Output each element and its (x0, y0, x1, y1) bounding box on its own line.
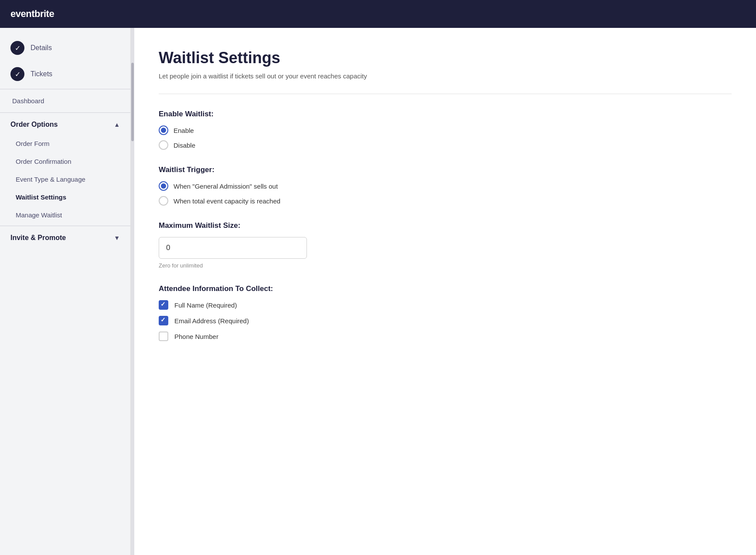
sidebar-item-order-form[interactable]: Order Form (0, 135, 130, 152)
main-layout: ✓ Details ✓ Tickets Dashboard Order Opti… (0, 28, 756, 555)
radio-item-general-admission[interactable]: When "General Admission" sells out (159, 181, 732, 191)
tickets-checkmark: ✓ (15, 70, 20, 78)
sidebar-divider-2 (0, 112, 130, 113)
sidebar-divider-1 (0, 89, 130, 89)
enable-radio-label: Enable (174, 127, 194, 134)
sidebar-item-waitlist-settings[interactable]: Waitlist Settings (0, 188, 130, 206)
phone-number-checkbox-label: Phone Number (174, 333, 218, 340)
general-admission-radio-label: When "General Admission" sells out (174, 183, 278, 190)
total-capacity-radio-input[interactable] (159, 196, 168, 206)
page-title: Waitlist Settings (159, 49, 732, 67)
sidebar: ✓ Details ✓ Tickets Dashboard Order Opti… (0, 28, 131, 555)
sidebar-divider-3 (0, 226, 130, 226)
radio-item-enable[interactable]: Enable (159, 125, 732, 135)
section-divider (159, 94, 732, 94)
waitlist-trigger-radio-group: When "General Admission" sells out When … (159, 181, 732, 206)
tickets-step-circle: ✓ (10, 67, 24, 81)
enable-waitlist-section: Enable Waitlist: Enable Disable (159, 110, 732, 150)
full-name-checkbox[interactable] (159, 300, 168, 310)
sidebar-step-details[interactable]: ✓ Details (0, 35, 130, 61)
main-content: Waitlist Settings Let people join a wait… (134, 28, 756, 555)
general-admission-radio-input[interactable] (159, 181, 168, 191)
waitlist-trigger-section: Waitlist Trigger: When "General Admissio… (159, 166, 732, 206)
order-options-chevron: ▲ (114, 121, 120, 128)
sidebar-item-order-confirmation[interactable]: Order Confirmation (0, 152, 130, 170)
max-waitlist-size-hint: Zero for unlimited (159, 262, 732, 269)
phone-number-checkbox[interactable] (159, 332, 168, 341)
sidebar-scroll-thumb (131, 63, 134, 141)
page-subtitle: Let people join a waitlist if tickets se… (159, 72, 732, 80)
sidebar-item-event-type-language[interactable]: Event Type & Language (0, 170, 130, 188)
enable-waitlist-label: Enable Waitlist: (159, 110, 732, 118)
email-address-checkbox[interactable] (159, 316, 168, 325)
details-step-circle: ✓ (10, 41, 24, 55)
enable-radio-input[interactable] (159, 125, 168, 135)
waitlist-trigger-label: Waitlist Trigger: (159, 166, 732, 174)
max-waitlist-size-input[interactable] (159, 237, 307, 259)
details-step-label: Details (31, 44, 52, 52)
top-nav: eventbrite (0, 0, 756, 28)
attendee-info-label: Attendee Information To Collect: (159, 284, 732, 293)
tickets-step-label: Tickets (31, 70, 52, 78)
checkbox-item-phone-number[interactable]: Phone Number (159, 332, 732, 341)
sidebar-item-dashboard[interactable]: Dashboard (0, 91, 130, 111)
disable-radio-label: Disable (174, 142, 195, 149)
sidebar-step-tickets[interactable]: ✓ Tickets (0, 61, 130, 87)
sidebar-scroll-track[interactable] (131, 28, 134, 555)
max-waitlist-size-label: Maximum Waitlist Size: (159, 221, 732, 230)
invite-promote-chevron: ▼ (114, 234, 120, 241)
checkbox-item-full-name[interactable]: Full Name (Required) (159, 300, 732, 310)
radio-item-total-capacity[interactable]: When total event capacity is reached (159, 196, 732, 206)
logo[interactable]: eventbrite (10, 8, 54, 20)
enable-waitlist-radio-group: Enable Disable (159, 125, 732, 150)
attendee-info-section: Attendee Information To Collect: Full Na… (159, 284, 732, 341)
max-waitlist-size-section: Maximum Waitlist Size: Zero for unlimite… (159, 221, 732, 269)
email-address-checkbox-label: Email Address (Required) (174, 317, 249, 325)
disable-radio-input[interactable] (159, 140, 168, 150)
total-capacity-radio-label: When total event capacity is reached (174, 197, 280, 205)
sidebar-section-invite-promote[interactable]: Invite & Promote ▼ (0, 228, 130, 248)
full-name-checkbox-label: Full Name (Required) (174, 301, 237, 309)
sidebar-section-order-options[interactable]: Order Options ▲ (0, 115, 130, 135)
details-checkmark: ✓ (15, 44, 20, 52)
attendee-info-checkbox-group: Full Name (Required) Email Address (Requ… (159, 300, 732, 341)
radio-item-disable[interactable]: Disable (159, 140, 732, 150)
checkbox-item-email-address[interactable]: Email Address (Required) (159, 316, 732, 325)
sidebar-item-manage-waitlist[interactable]: Manage Waitlist (0, 206, 130, 224)
